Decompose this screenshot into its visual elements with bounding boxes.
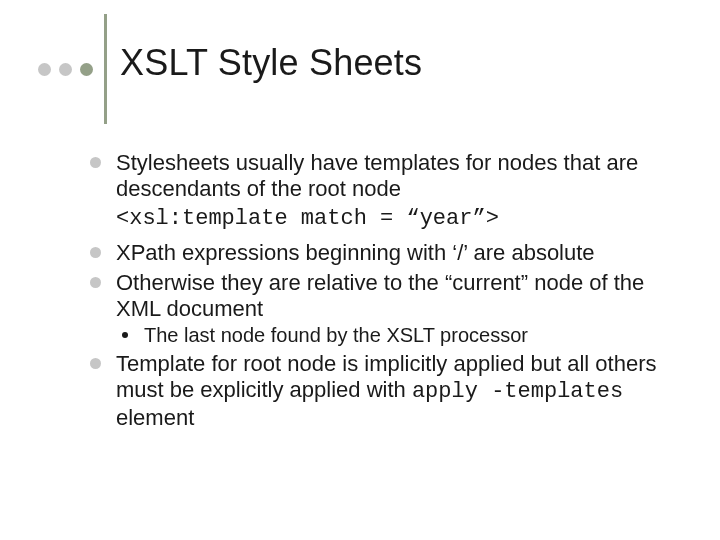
bullet-text: Otherwise they are relative to the “curr… bbox=[116, 270, 644, 321]
code-line: <xsl:template match = “year”> bbox=[86, 206, 676, 232]
sub-bullet-list: The last node found by the XSLT processo… bbox=[116, 324, 676, 348]
sub-bullet-item: The last node found by the XSLT processo… bbox=[116, 324, 676, 348]
decor-dots bbox=[38, 63, 93, 76]
bullet-text: element bbox=[116, 405, 194, 430]
vertical-rule bbox=[104, 14, 107, 124]
dot-icon bbox=[59, 63, 72, 76]
dot-icon bbox=[80, 63, 93, 76]
slide-body: Stylesheets usually have templates for n… bbox=[86, 150, 676, 435]
bullet-item: XPath expressions beginning with ‘/’ are… bbox=[86, 240, 676, 266]
bullet-text: Stylesheets usually have templates for n… bbox=[116, 150, 638, 201]
slide-title: XSLT Style Sheets bbox=[120, 42, 422, 84]
dot-icon bbox=[38, 63, 51, 76]
bullet-text: XPath expressions beginning with ‘/’ are… bbox=[116, 240, 595, 265]
bullet-item: Stylesheets usually have templates for n… bbox=[86, 150, 676, 202]
slide: XSLT Style Sheets Stylesheets usually ha… bbox=[0, 0, 720, 540]
sub-bullet-text: The last node found by the XSLT processo… bbox=[144, 324, 528, 346]
bullet-list: Stylesheets usually have templates for n… bbox=[86, 150, 676, 431]
bullet-item: Template for root node is implicitly app… bbox=[86, 351, 676, 431]
inline-code: apply -templates bbox=[412, 379, 623, 404]
bullet-item: Otherwise they are relative to the “curr… bbox=[86, 270, 676, 348]
